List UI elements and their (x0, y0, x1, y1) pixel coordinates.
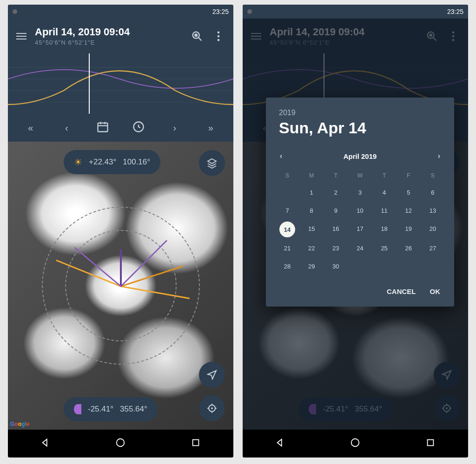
calendar-day[interactable]: 10 (348, 203, 372, 218)
moon-info-pill[interactable]: -25.41° 355.64° (64, 397, 158, 421)
android-nav-bar (8, 430, 233, 457)
svg-rect-12 (98, 123, 107, 131)
sun-info-pill[interactable]: ☀ +22.43° 100.16° (64, 150, 160, 174)
locate-button (434, 395, 460, 421)
svg-point-3 (195, 34, 197, 36)
calendar-day[interactable]: 28 (275, 259, 299, 274)
prev-month-button[interactable]: ‹ (280, 152, 282, 160)
android-nav-bar (243, 430, 468, 457)
svg-point-23 (452, 35, 455, 37)
calendar-day[interactable]: 12 (397, 203, 421, 218)
svg-point-4 (218, 31, 220, 33)
next-button[interactable]: › (165, 123, 184, 133)
dow-header: F (397, 170, 421, 182)
map-area[interactable]: ☀ +22.43° 100.16° -25.41° 355.64° Google (8, 142, 233, 430)
calendar-day[interactable]: 26 (397, 241, 421, 255)
menu-button[interactable] (251, 33, 261, 39)
app-header: April 14, 2019 09:04 45°50'6"N 6°52'1"E (243, 19, 468, 53)
calendar-day[interactable]: 1 (299, 185, 324, 200)
calendar-day[interactable]: 30 (324, 259, 348, 274)
elevation-graph[interactable] (8, 53, 233, 114)
moon-info-pill: -25.41° 355.64° (298, 397, 392, 421)
status-bar: 23:25 (243, 5, 468, 19)
picker-year[interactable]: 2019 (279, 109, 441, 117)
sun-elevation: +22.43° (89, 157, 116, 167)
calendar-day[interactable]: 19 (397, 222, 421, 237)
calendar-day[interactable]: 24 (348, 241, 372, 255)
navigate-button (434, 362, 460, 388)
picker-date[interactable]: Sun, Apr 14 (279, 119, 441, 137)
svg-point-15 (212, 408, 212, 409)
calendar-day[interactable]: 3 (348, 185, 372, 200)
calendar-day[interactable]: 9 (324, 203, 348, 218)
menu-button[interactable] (16, 33, 26, 39)
moon-elevation: -25.41° (88, 405, 113, 414)
picker-month-label: April 2019 (344, 152, 377, 160)
calendar-day[interactable]: 8 (299, 203, 324, 218)
calendar-day[interactable]: 14 (279, 222, 295, 237)
more-button[interactable] (212, 30, 225, 43)
calendar-day[interactable]: 16 (324, 222, 348, 237)
calendar-day[interactable]: 23 (324, 241, 348, 255)
date-picker-dialog: 2019 Sun, Apr 14 ‹ April 2019 › SMTWTFS.… (266, 98, 454, 307)
calendar-day[interactable]: 22 (299, 241, 324, 255)
nav-recent-button[interactable] (425, 438, 436, 450)
calendar-day[interactable]: 2 (324, 185, 348, 200)
calendar-day[interactable]: 27 (421, 241, 445, 255)
ok-button[interactable]: OK (430, 288, 441, 295)
calendar-day[interactable]: 5 (397, 185, 421, 200)
next-fast-button[interactable]: » (201, 123, 220, 133)
navigate-button[interactable] (199, 362, 225, 388)
status-time: 23:25 (212, 8, 229, 15)
search-location-button[interactable] (425, 30, 438, 43)
nav-back-button[interactable] (40, 438, 51, 450)
calendar-button[interactable] (93, 120, 112, 136)
calendar-day[interactable]: 7 (275, 203, 299, 218)
calendar-day[interactable]: 21 (275, 241, 299, 255)
dow-header: S (421, 170, 445, 182)
calendar-day[interactable]: 20 (421, 222, 445, 237)
header-coords: 45°50'6"N 6°52'1"E (270, 39, 417, 46)
calendar-day[interactable]: 17 (348, 222, 372, 237)
dow-header: T (372, 170, 397, 182)
layers-button[interactable] (199, 150, 225, 176)
phone-screenshot-1: 23:25 April 14, 2019 09:04 45°50'6"N 6°5… (8, 5, 233, 457)
search-location-button[interactable] (191, 30, 204, 43)
calendar-day[interactable]: 15 (299, 222, 324, 237)
header-datetime[interactable]: April 14, 2019 09:04 (35, 26, 182, 38)
next-month-button[interactable]: › (438, 152, 440, 160)
calendar-day[interactable]: 6 (421, 185, 445, 200)
cancel-button[interactable]: CANCEL (387, 288, 416, 295)
time-controls: « ‹ › » (8, 114, 233, 142)
locate-button[interactable] (199, 395, 225, 421)
sun-icon: ☀ (74, 157, 82, 168)
dow-header: W (348, 170, 372, 182)
calendar-day[interactable]: 29 (299, 259, 324, 274)
svg-point-24 (452, 39, 455, 41)
calendar-day[interactable]: 25 (372, 241, 397, 255)
calendar-day[interactable]: 4 (372, 185, 397, 200)
header-coords[interactable]: 45°50'6"N 6°52'1"E (35, 39, 182, 46)
calendar-day[interactable]: 13 (421, 203, 445, 218)
more-button[interactable] (447, 30, 460, 43)
moon-north-line (120, 249, 122, 287)
status-time: 23:25 (447, 8, 463, 15)
calendar-day[interactable]: 11 (372, 203, 397, 218)
moon-icon (74, 404, 81, 414)
status-dot-icon (247, 9, 252, 14)
nav-home-button[interactable] (115, 438, 126, 450)
nav-back-button[interactable] (275, 438, 285, 450)
app-header: April 14, 2019 09:04 45°50'6"N 6°52'1"E (8, 19, 233, 53)
calendar-day[interactable]: 18 (372, 222, 397, 237)
moon-icon (309, 404, 316, 414)
prev-button[interactable]: ‹ (57, 123, 76, 133)
nav-recent-button[interactable] (191, 438, 201, 450)
nav-home-button[interactable] (350, 438, 360, 450)
header-datetime: April 14, 2019 09:04 (270, 26, 417, 38)
moon-azimuth: 355.64° (120, 405, 147, 414)
svg-point-16 (117, 439, 125, 447)
prev-fast-button[interactable]: « (21, 123, 40, 133)
svg-point-33 (446, 408, 447, 409)
dow-header: S (275, 170, 299, 182)
clock-button[interactable] (129, 120, 148, 136)
